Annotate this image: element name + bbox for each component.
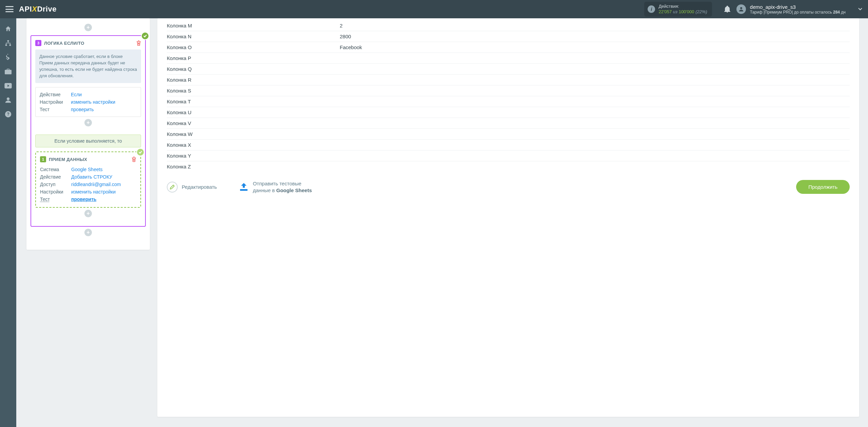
column-name: Колонка T (167, 99, 340, 104)
nav-profile[interactable] (0, 93, 16, 107)
table-row: Колонка Q (167, 64, 850, 75)
column-name: Колонка R (167, 77, 340, 83)
column-name: Колонка Q (167, 66, 340, 72)
menu-toggle[interactable] (5, 6, 14, 12)
intake-action-link[interactable]: Добавить СТРОКУ (71, 174, 112, 180)
avatar-icon (736, 4, 746, 14)
user-menu[interactable]: demo_apix-drive_s3 Тариф |Премиум PRO| д… (736, 4, 863, 15)
table-row: Колонка U (167, 107, 850, 118)
username: demo_apix-drive_s3 (750, 4, 846, 10)
logic-settings-link[interactable]: изменить настройки (71, 99, 115, 105)
actions-text: Действия: 22'057 из 100'000 (22%) (658, 4, 707, 15)
step-number: 1 (40, 156, 46, 162)
table-row: Колонка W (167, 129, 850, 140)
footer-actions: Редактировать Отправить тестовые данные … (167, 172, 850, 194)
column-name: Колонка N (167, 34, 340, 39)
delete-icon[interactable] (132, 157, 136, 162)
send-test-button[interactable]: Отправить тестовые данные в Google Sheet… (239, 180, 312, 194)
table-row: Колонка R (167, 75, 850, 85)
nav-billing[interactable] (0, 50, 16, 64)
column-name: Колонка U (167, 109, 340, 115)
column-name: Колонка Y (167, 153, 340, 159)
table-row: Колонка M2 (167, 20, 850, 31)
intake-test-link[interactable]: проверить (71, 197, 96, 202)
table-row: Колонка T (167, 96, 850, 107)
condition-bar: Если условие выполняется, то (35, 135, 141, 147)
intake-card: 1 ПРИЕМ ДАННЫХ СистемаGoogle Sheets Дейс… (35, 151, 141, 208)
delete-icon[interactable] (136, 40, 141, 46)
edit-button[interactable]: Редактировать (167, 182, 217, 192)
check-badge-icon (136, 148, 144, 156)
add-inner-step-button[interactable]: + (84, 119, 92, 126)
check-badge-icon (141, 32, 149, 40)
column-value: Facebook (340, 44, 362, 50)
logic-card: 3 ЛОГИКА ЕСЛИ/ТО Данное условие сработае… (31, 35, 146, 227)
svg-text:?: ? (7, 112, 9, 117)
topbar: APIXDrive i Действия: 22'057 из 100'000 … (0, 0, 868, 18)
svg-rect-2 (5, 44, 7, 46)
actions-counter[interactable]: i Действия: 22'057 из 100'000 (22%) (644, 2, 712, 17)
sidenav: ? (0, 18, 16, 427)
table-row: Колонка S (167, 85, 850, 96)
user-lines: demo_apix-drive_s3 Тариф |Премиум PRO| д… (750, 4, 846, 15)
logic-action-link[interactable]: Если (71, 92, 82, 97)
bell-icon[interactable] (724, 6, 730, 13)
table-row: Колонка P (167, 53, 850, 64)
logic-note: Данное условие сработает, если в блоке П… (35, 49, 141, 83)
table-row: Колонка V (167, 118, 850, 129)
logic-title: ЛОГИКА ЕСЛИ/ТО (44, 41, 134, 46)
nav-home[interactable] (0, 22, 16, 36)
column-name: Колонка M (167, 23, 340, 28)
pencil-icon (167, 182, 178, 192)
svg-point-0 (740, 7, 742, 9)
column-name: Колонка W (167, 131, 340, 137)
column-name: Колонка S (167, 88, 340, 94)
svg-point-5 (7, 98, 9, 100)
table-row: Колонка OFacebook (167, 42, 850, 53)
column-value: 2 (340, 23, 342, 28)
column-name: Колонка V (167, 120, 340, 126)
column-value: 2800 (340, 34, 351, 39)
tariff-line: Тариф |Премиум PRO| до оплаты осталось 2… (750, 10, 846, 15)
add-step-button[interactable]: + (84, 24, 92, 31)
upload-icon (239, 182, 249, 192)
column-name: Колонка O (167, 44, 340, 50)
logo-text: API (19, 5, 32, 13)
nav-briefcase[interactable] (0, 64, 16, 79)
nav-connections[interactable] (0, 36, 16, 50)
table-row: Колонка Y (167, 150, 850, 161)
continue-button[interactable]: Продолжить (796, 180, 850, 194)
svg-rect-3 (9, 44, 11, 46)
intake-system-link[interactable]: Google Sheets (71, 167, 103, 172)
svg-rect-1 (7, 40, 9, 42)
column-name: Колонка P (167, 55, 340, 61)
chevron-down-icon (858, 7, 863, 11)
logic-props: ДействиеЕсли Настройкиизменить настройки… (35, 87, 141, 117)
logo-text2: Drive (37, 5, 57, 13)
svg-rect-8 (240, 189, 248, 191)
table-row: Колонка N2800 (167, 31, 850, 42)
logo[interactable]: APIXDrive (19, 5, 57, 14)
logic-test-link[interactable]: проверить (71, 107, 94, 112)
column-name: Колонка Z (167, 164, 340, 169)
step-number: 3 (35, 40, 41, 46)
intake-access-link[interactable]: riddleandrii@gmail.com (71, 182, 121, 187)
add-step-button[interactable]: + (84, 229, 92, 236)
info-icon: i (648, 5, 655, 13)
table-row: Колонка X (167, 140, 850, 150)
intake-settings-link[interactable]: изменить настройки (71, 189, 116, 195)
data-panel: Колонка M2Колонка N2800Колонка OFacebook… (157, 18, 859, 417)
intake-title: ПРИЕМ ДАННЫХ (49, 157, 129, 162)
nav-help[interactable]: ? (0, 107, 16, 121)
nav-youtube[interactable] (0, 79, 16, 93)
workflow-panel: + 3 ЛОГИКА ЕСЛИ/ТО Данное условие сработ… (26, 18, 150, 250)
column-name: Колонка X (167, 142, 340, 148)
logo-x: X (32, 5, 37, 13)
add-inner-step-button[interactable]: + (84, 210, 92, 217)
table-row: Колонка Z (167, 161, 850, 172)
